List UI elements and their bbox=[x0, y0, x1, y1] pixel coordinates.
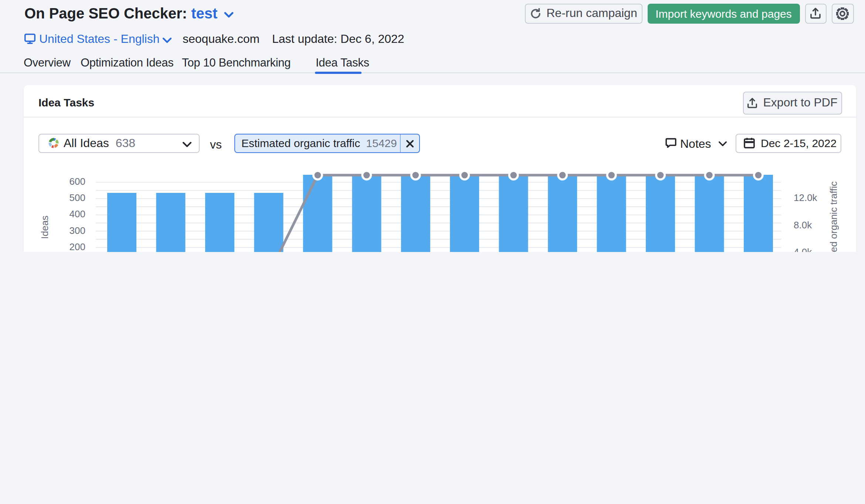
svg-text:4.0k: 4.0k bbox=[794, 246, 812, 252]
svg-text:400: 400 bbox=[69, 208, 85, 219]
svg-text:Estimated organic traffic: Estimated organic traffic bbox=[828, 181, 839, 252]
svg-text:500: 500 bbox=[69, 192, 85, 203]
svg-text:Ideas: Ideas bbox=[39, 215, 50, 239]
svg-text:200: 200 bbox=[69, 241, 85, 252]
svg-text:12.0k: 12.0k bbox=[794, 192, 818, 203]
svg-text:300: 300 bbox=[69, 225, 85, 236]
svg-text:8.0k: 8.0k bbox=[794, 219, 812, 231]
svg-text:600: 600 bbox=[69, 176, 85, 187]
